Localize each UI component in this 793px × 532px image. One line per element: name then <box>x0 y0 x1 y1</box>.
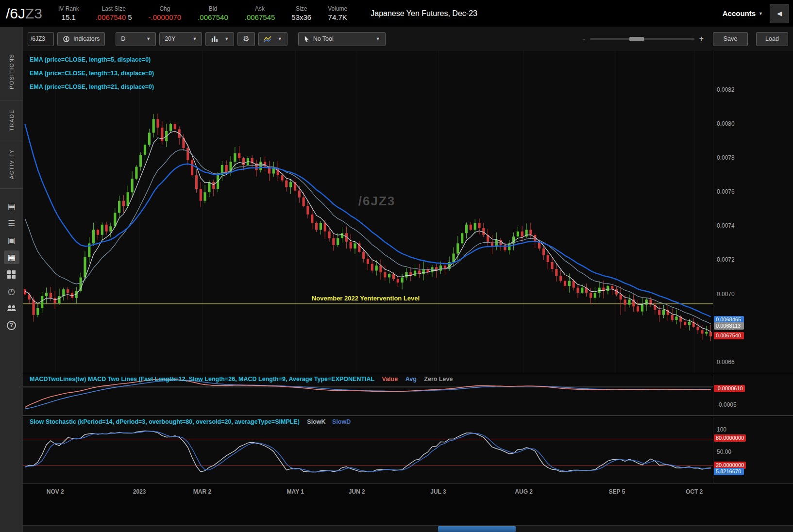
sidebar-tab-trade[interactable]: TRADE <box>0 100 23 140</box>
candle[interactable] <box>169 124 172 131</box>
candle[interactable] <box>105 225 108 232</box>
candle[interactable] <box>208 182 210 192</box>
candle[interactable] <box>238 153 240 159</box>
candle[interactable] <box>156 119 159 127</box>
timeframe-dropdown[interactable]: D▼ <box>116 32 156 46</box>
stochastic-chart-svg[interactable] <box>23 416 713 483</box>
candle[interactable] <box>461 233 463 243</box>
price-axis[interactable]: 0.00820.00800.00780.00760.00740.00720.00… <box>713 51 793 373</box>
sidebar-tab-positions[interactable]: POSITIONS <box>0 43 23 100</box>
candle[interactable] <box>148 133 151 145</box>
candle[interactable] <box>67 289 69 293</box>
price-chart-pane[interactable]: /6JZ3November 2022 Yentervention Level E… <box>23 51 713 373</box>
candle[interactable] <box>590 293 592 298</box>
candle[interactable] <box>658 310 660 315</box>
candle[interactable] <box>576 288 579 293</box>
candle[interactable] <box>607 286 609 291</box>
candle[interactable] <box>195 175 198 189</box>
candle[interactable] <box>311 215 313 223</box>
candle[interactable] <box>371 264 373 271</box>
stochastic-axis[interactable]: 10050.0080.000000020.00000005.8216670 <box>713 416 793 483</box>
candle[interactable] <box>212 182 215 189</box>
candle[interactable] <box>474 223 476 230</box>
candle[interactable] <box>620 295 622 300</box>
chart-type-dropdown[interactable]: ▼ <box>205 32 234 46</box>
pane-separator[interactable] <box>23 416 793 416</box>
annotation-label[interactable]: November 2022 Yentervention Level <box>312 295 420 302</box>
candle[interactable] <box>303 198 305 206</box>
candle[interactable] <box>555 269 557 276</box>
time-axis[interactable]: NOV 22023MAR 2MAY 1JUN 2JUL 3AUG 2SEP 5O… <box>23 484 713 498</box>
candle[interactable] <box>315 223 318 230</box>
price-chart-svg[interactable]: /6JZ3November 2022 Yentervention Level <box>23 51 713 373</box>
news-icon[interactable]: ▤ <box>4 200 19 213</box>
save-button[interactable]: Save <box>713 32 748 46</box>
candle[interactable] <box>272 168 275 174</box>
candle[interactable] <box>431 267 433 273</box>
candle[interactable] <box>422 269 425 274</box>
help-icon[interactable]: ? <box>4 318 19 332</box>
candle[interactable] <box>186 148 189 160</box>
candle[interactable] <box>529 230 532 235</box>
candle[interactable] <box>200 189 202 201</box>
candle[interactable] <box>54 298 56 303</box>
candle[interactable] <box>624 299 626 305</box>
candle[interactable] <box>705 332 708 334</box>
zoom-slider[interactable] <box>590 38 694 40</box>
candle[interactable] <box>58 296 60 303</box>
pane-separator[interactable] <box>23 373 793 373</box>
stochastic-title[interactable]: Slow Stochastic (kPeriod=14, dPeriod=3, … <box>30 418 300 425</box>
stochastic-pane[interactable]: Slow Stochastic (kPeriod=14, dPeriod=3, … <box>23 416 713 483</box>
candle[interactable] <box>456 243 459 253</box>
candle[interactable] <box>573 281 575 288</box>
candle[interactable] <box>508 243 510 250</box>
candle[interactable] <box>478 223 480 228</box>
candle[interactable] <box>701 330 703 333</box>
candle[interactable] <box>362 252 365 259</box>
candle[interactable] <box>127 192 129 206</box>
candle[interactable] <box>401 278 404 283</box>
chart-icon[interactable]: ▦ <box>4 250 19 264</box>
candle[interactable] <box>234 153 236 162</box>
candle[interactable] <box>671 315 674 320</box>
candle[interactable] <box>350 242 352 249</box>
candle[interactable] <box>131 179 134 192</box>
candle[interactable] <box>547 255 549 262</box>
candle[interactable] <box>641 305 643 312</box>
candle[interactable] <box>97 230 99 235</box>
candle[interactable] <box>628 299 630 305</box>
zoom-out-button[interactable]: - <box>582 34 585 43</box>
candle[interactable] <box>242 158 245 165</box>
study-label-ema5[interactable]: EMA (price=CLOSE, length=5, displace=0) <box>30 53 154 66</box>
candle[interactable] <box>405 272 407 278</box>
candle[interactable] <box>341 233 343 238</box>
candle[interactable] <box>225 165 228 172</box>
candle[interactable] <box>289 182 292 187</box>
candle[interactable] <box>482 228 485 235</box>
study-label-ema21[interactable]: EMA (price=CLOSE, length=21, displace=0) <box>30 80 154 94</box>
candle[interactable] <box>118 201 120 213</box>
symbol-input[interactable] <box>28 32 54 46</box>
accounts-menu[interactable]: Accounts▼ <box>723 9 763 17</box>
candle[interactable] <box>379 266 382 272</box>
candle[interactable] <box>542 249 545 255</box>
candle[interactable] <box>92 230 95 243</box>
candle[interactable] <box>414 271 416 276</box>
candle[interactable] <box>320 223 322 230</box>
candle[interactable] <box>33 299 35 315</box>
candle[interactable] <box>41 296 43 308</box>
candle[interactable] <box>697 327 699 330</box>
sidebar-tab-activity[interactable]: ACTIVITY <box>0 140 23 189</box>
candle[interactable] <box>306 206 309 215</box>
candle[interactable] <box>354 243 356 249</box>
candle[interactable] <box>174 124 176 129</box>
candle[interactable] <box>675 316 677 320</box>
candle[interactable] <box>688 322 691 325</box>
watchlist-icon[interactable]: ☰ <box>4 216 19 230</box>
candle[interactable] <box>615 289 618 295</box>
candle[interactable] <box>259 162 262 170</box>
candle[interactable] <box>388 274 390 278</box>
candle[interactable] <box>109 226 112 232</box>
candle[interactable] <box>328 232 331 238</box>
candle[interactable] <box>337 238 339 245</box>
